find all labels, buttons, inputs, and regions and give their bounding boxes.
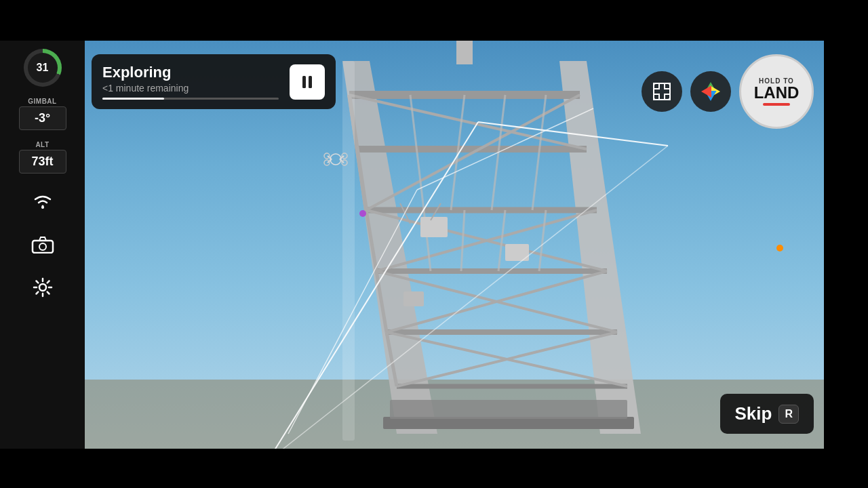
skip-label: Skip <box>735 403 772 424</box>
altitude-label: ALT <box>35 141 49 148</box>
svg-marker-2 <box>559 61 641 434</box>
exploring-panel: Exploring <1 minute remaining <box>92 54 336 109</box>
svg-rect-33 <box>342 61 355 441</box>
svg-rect-34 <box>420 217 448 237</box>
bottom-bar <box>0 449 868 488</box>
camera-icon <box>31 235 55 253</box>
exploring-text: Exploring <1 minute remaining <box>102 64 279 100</box>
wifi-button[interactable] <box>26 184 59 217</box>
progress-bar-container <box>102 98 279 100</box>
screenshot-icon <box>651 81 673 102</box>
svg-line-27 <box>498 210 505 271</box>
svg-line-28 <box>539 210 546 271</box>
pause-icon <box>299 74 315 90</box>
wifi-icon <box>31 191 54 210</box>
gear-icon <box>32 277 54 298</box>
gimbal-section: GIMBAL -3° <box>0 98 85 130</box>
screenshot-button[interactable] <box>642 71 682 112</box>
hold-to-land-accent <box>763 103 790 106</box>
svg-rect-30 <box>390 400 627 419</box>
svg-rect-59 <box>309 76 312 88</box>
hold-to-land-main-text: LAND <box>754 85 800 101</box>
top-bar <box>0 0 868 41</box>
top-right-controls: HOLD TO LAND <box>642 54 814 129</box>
status-dot <box>776 245 783 251</box>
settings-button[interactable] <box>26 271 59 304</box>
svg-rect-31 <box>456 41 473 64</box>
altitude-value: 73ft <box>19 150 66 174</box>
gimbal-label: GIMBAL <box>28 98 56 105</box>
svg-rect-55 <box>33 241 53 253</box>
exploring-subtitle: <1 minute remaining <box>102 83 279 94</box>
svg-rect-36 <box>403 291 424 306</box>
exploring-title: Exploring <box>102 64 279 81</box>
svg-point-57 <box>39 284 46 291</box>
camera-button[interactable] <box>26 228 59 260</box>
svg-marker-1 <box>342 61 437 434</box>
skip-key-badge: R <box>778 405 799 424</box>
svg-rect-35 <box>505 244 529 261</box>
svg-marker-68 <box>701 85 711 97</box>
svg-point-56 <box>39 243 46 250</box>
svg-rect-58 <box>302 76 306 88</box>
palette-button[interactable] <box>690 71 731 112</box>
progress-bar-fill <box>102 98 164 100</box>
gimbal-value: -3° <box>19 106 66 130</box>
battery-indicator: 31 <box>24 49 62 87</box>
altitude-section: ALT 73ft <box>0 141 85 174</box>
left-panel: 31 GIMBAL -3° ALT 73ft <box>0 41 85 449</box>
battery-value: 31 <box>28 53 58 83</box>
svg-line-11 <box>349 95 587 149</box>
palette-icon <box>700 81 722 102</box>
svg-line-26 <box>461 210 465 271</box>
pause-button[interactable] <box>290 64 325 100</box>
hold-to-land-button[interactable]: HOLD TO LAND <box>739 54 814 129</box>
skip-button[interactable]: Skip R <box>720 394 814 434</box>
svg-point-54 <box>41 206 44 209</box>
svg-rect-60 <box>654 83 670 100</box>
